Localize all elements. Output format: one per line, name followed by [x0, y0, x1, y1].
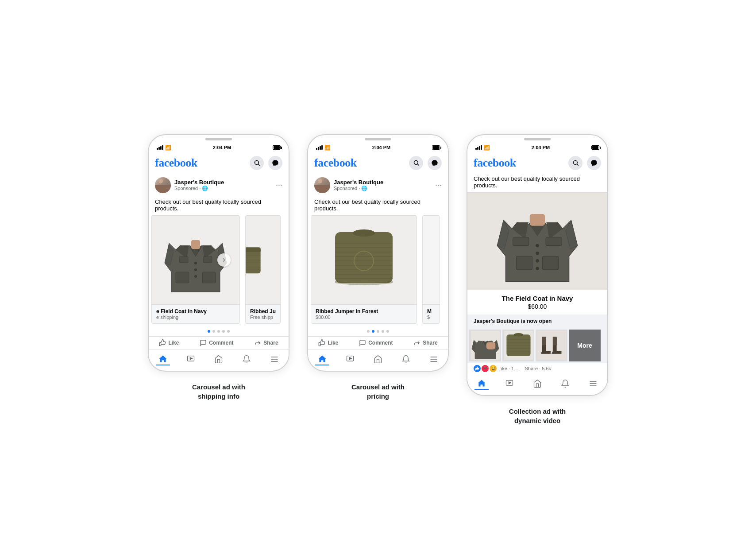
avatar-1 — [155, 177, 171, 193]
comment-label-1: Comment — [209, 340, 233, 346]
thumbnail-sweater-3[interactable] — [502, 330, 534, 361]
notifications-nav-3[interactable] — [558, 377, 572, 390]
dot-1-2 — [212, 330, 215, 333]
share-button-1[interactable]: Share — [254, 339, 278, 346]
svg-marker-69 — [509, 381, 511, 384]
comment-label-2: Comment — [368, 340, 393, 346]
svg-rect-49 — [542, 256, 558, 270]
svg-rect-11 — [246, 248, 261, 252]
menu-nav-3[interactable] — [586, 377, 600, 390]
action-bar-2: Like Comment Share — [308, 336, 448, 349]
comment-button-2[interactable]: Comment — [359, 339, 393, 346]
dot-1-3 — [217, 330, 220, 333]
reaction-count-3: Like · 1,... — [498, 366, 520, 371]
signal-icon-2 — [316, 145, 323, 150]
like-button-1[interactable]: Like — [159, 339, 179, 346]
carousel-item-2-1[interactable]: Ribbed Jumper in Forest $80.00 — [311, 215, 417, 324]
product-sub-2-2: $ — [427, 314, 435, 320]
product-image-2-1 — [311, 216, 417, 304]
svg-rect-9 — [191, 240, 200, 249]
like-button-2[interactable]: Like — [318, 339, 338, 346]
collection-hero-3[interactable] — [467, 193, 607, 290]
carousel-1[interactable]: e Field Coat in Navy e shipping — [149, 215, 289, 326]
carousel-item-2-2[interactable]: M $ — [422, 215, 440, 324]
watch-nav-1[interactable] — [184, 353, 198, 365]
svg-point-59 — [513, 333, 523, 337]
carousel-caption-1-1: e Field Coat in Navy e shipping — [152, 304, 239, 323]
product-image-1-1 — [152, 216, 239, 304]
notifications-nav-2[interactable] — [399, 353, 413, 365]
svg-rect-5 — [203, 256, 212, 263]
share-label-2: Share — [423, 340, 437, 346]
product-name-2-2: M — [427, 308, 435, 314]
carousel-2[interactable]: Ribbed Jumper in Forest $80.00 M $ — [308, 215, 448, 326]
store-open-bar-3: Jasper's Boutique is now open — [467, 314, 607, 328]
thumb-sweater-svg-3 — [504, 331, 533, 360]
advertiser-name-2: Jasper's Boutique — [334, 179, 435, 186]
svg-point-0 — [255, 161, 258, 165]
battery-icon-2 — [432, 145, 440, 150]
caption-1: Carousel ad withshipping info — [192, 382, 245, 401]
share-label-1: Share — [263, 340, 278, 346]
more-button-3[interactable]: More — [569, 330, 601, 361]
svg-point-28 — [353, 229, 375, 237]
carousel-item-1-1[interactable]: e Field Coat in Navy e shipping — [151, 215, 240, 324]
svg-rect-27 — [335, 232, 393, 283]
home-nav-1[interactable] — [156, 353, 170, 365]
thumbnail-boots-3[interactable] — [536, 330, 567, 361]
reaction-row-3: ❤ 😆 Like · 1,... Share · 5.6k — [467, 363, 607, 374]
phone-frame-3: 📶 2:04 PM facebook — [467, 134, 608, 396]
watch-nav-2[interactable] — [343, 353, 357, 365]
fb-header-icons-3 — [568, 156, 601, 170]
messenger-icon-2[interactable] — [428, 156, 442, 170]
svg-point-51 — [536, 251, 539, 255]
svg-rect-65 — [537, 331, 566, 360]
scroll-indicator-1 — [217, 253, 231, 267]
page-container: 📶 2:04 PM facebook — [148, 134, 608, 425]
comment-button-1[interactable]: Comment — [200, 339, 233, 346]
phone-col-2: 📶 2:04 PM facebook — [307, 134, 449, 401]
product-sub-1-1: e shipping — [156, 314, 235, 320]
bottom-nav-3 — [467, 374, 607, 392]
svg-rect-3 — [202, 272, 216, 283]
time-1: 2:04 PM — [213, 145, 231, 150]
svg-rect-2 — [176, 272, 189, 283]
fb-logo-2: facebook — [314, 156, 357, 170]
post-options-2[interactable]: ··· — [435, 180, 442, 190]
home-nav-3[interactable] — [474, 377, 489, 390]
caption-3: Collection ad withdynamic video — [509, 407, 566, 425]
share-count-3: Share · 5.6k — [525, 366, 551, 371]
notifications-nav-1[interactable] — [239, 353, 254, 365]
carousel-caption-2-1: Ribbed Jumper in Forest $80.00 — [311, 304, 417, 323]
watch-nav-3[interactable] — [502, 377, 517, 390]
svg-point-53 — [536, 267, 539, 270]
post-options-1[interactable]: ··· — [276, 180, 282, 190]
carousel-item-1-2[interactable]: Ribbed Ju Free shipp — [245, 215, 281, 324]
search-icon-1[interactable] — [250, 156, 264, 170]
carousel-caption-2-2: M $ — [423, 304, 440, 323]
like-reaction-3 — [474, 365, 481, 372]
search-icon-3[interactable] — [568, 156, 582, 170]
thumb-boots-svg-3 — [537, 331, 566, 360]
svg-marker-40 — [349, 357, 351, 359]
thumbnail-jacket-3[interactable] — [469, 330, 501, 361]
product-sub-2-1: $80.00 — [316, 314, 412, 320]
marketplace-nav-1[interactable] — [212, 353, 226, 365]
menu-nav-1[interactable] — [267, 353, 282, 365]
marketplace-nav-2[interactable] — [371, 353, 385, 365]
dot-2-2 — [372, 330, 374, 333]
messenger-icon-1[interactable] — [268, 156, 282, 170]
marketplace-nav-3[interactable] — [530, 377, 544, 390]
dot-2-4 — [382, 330, 384, 333]
search-icon-2[interactable] — [409, 156, 423, 170]
menu-nav-2[interactable] — [427, 353, 441, 365]
fb-header-2: facebook — [308, 152, 448, 174]
share-button-2[interactable]: Share — [413, 339, 437, 346]
dot-2-3 — [377, 330, 379, 333]
home-nav-2[interactable] — [315, 353, 329, 365]
like-label-1: Like — [168, 340, 179, 346]
svg-line-1 — [258, 164, 259, 165]
messenger-icon-3[interactable] — [587, 156, 601, 170]
svg-point-44 — [573, 161, 577, 165]
svg-rect-4 — [179, 256, 188, 263]
